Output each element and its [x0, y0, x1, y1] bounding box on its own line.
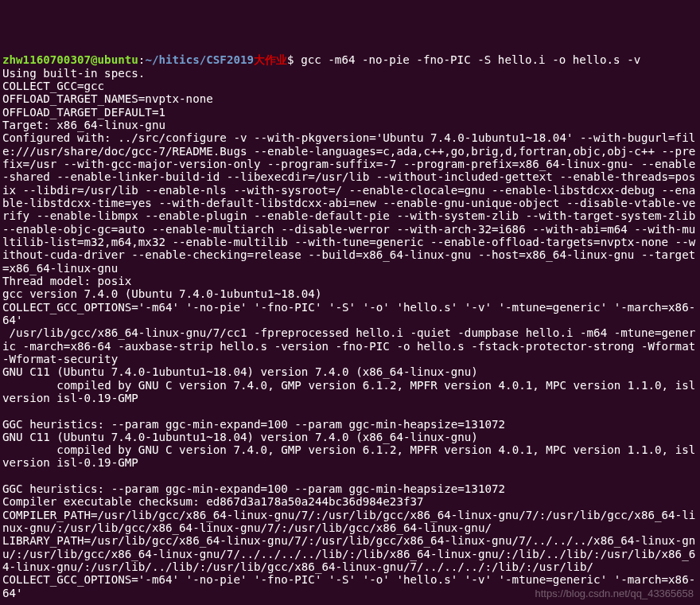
prompt-cwd-prefix: ~/hitics/CSF2019	[145, 53, 254, 66]
terminal[interactable]: zhw1160700307@ubuntu:~/hitics/CSF2019大作业…	[2, 53, 698, 599]
prompt-dollar: $	[287, 53, 301, 66]
terminal-output: Using built-in specs. COLLECT_GCC=gcc OF…	[2, 67, 700, 599]
prompt-user-host: zhw1160700307@ubuntu	[2, 53, 138, 66]
terminal-command: gcc -m64 -no-pie -fno-PIC -S hello.i -o …	[301, 53, 640, 66]
prompt-cwd-cjk: 大作业	[254, 53, 287, 66]
